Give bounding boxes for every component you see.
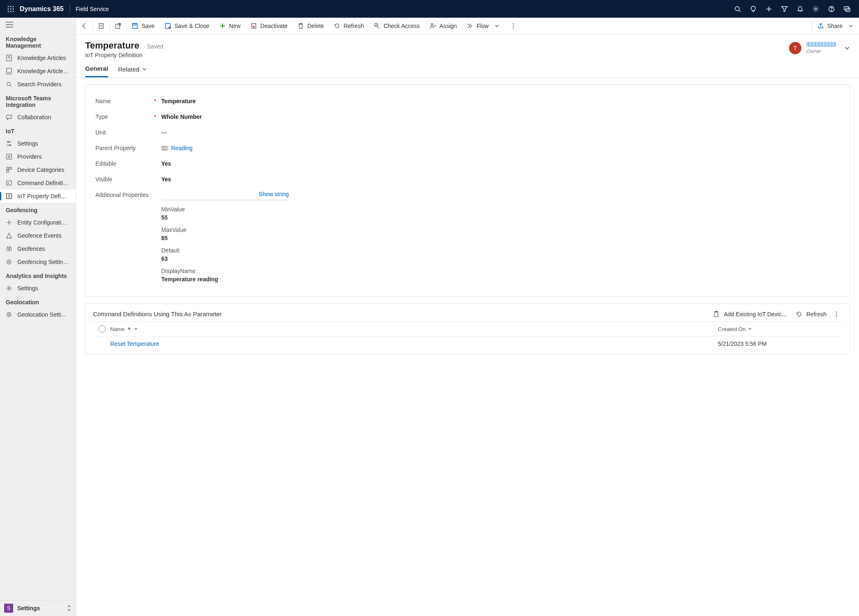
help-button[interactable] bbox=[824, 2, 839, 16]
add-existing-button[interactable]: Add Existing IoT Devic… bbox=[709, 311, 792, 317]
select-all-checkbox[interactable] bbox=[98, 325, 106, 333]
sidebar-item-entity-configuration[interactable]: Entity Configurati… bbox=[0, 216, 76, 229]
svg-point-69 bbox=[836, 311, 837, 313]
flow-icon bbox=[467, 23, 473, 29]
owner-field[interactable]: T Owner bbox=[789, 42, 850, 54]
add-button[interactable] bbox=[761, 2, 777, 16]
sidebar-item-geofencing-settings[interactable]: Geofencing Settin… bbox=[0, 255, 76, 269]
table-row[interactable]: Reset Temperature 5/21/2023 5:56 PM bbox=[91, 336, 844, 351]
assign-button[interactable]: Assign bbox=[425, 18, 462, 34]
tab-related[interactable]: Related bbox=[118, 65, 147, 77]
sidebar-item-iot-property-definitions[interactable]: IoT Property Defi… bbox=[0, 190, 76, 203]
delete-button[interactable]: Delete bbox=[293, 18, 329, 34]
field-value-editable[interactable]: Yes bbox=[161, 160, 171, 167]
notifications-button[interactable] bbox=[792, 2, 808, 16]
share-button[interactable]: Share bbox=[813, 18, 859, 34]
subgrid-refresh-button[interactable]: Refresh bbox=[792, 311, 831, 317]
page-scroll[interactable]: Temperature - Saved IoT Property Definit… bbox=[76, 35, 859, 616]
column-header-name[interactable]: Name bbox=[110, 326, 718, 332]
filter-button[interactable] bbox=[777, 2, 792, 16]
property-icon bbox=[6, 193, 12, 199]
svg-point-17 bbox=[831, 10, 831, 11]
sidebar-item-collaboration[interactable]: Collaboration bbox=[0, 111, 76, 124]
record-header: Temperature - Saved IoT Property Definit… bbox=[76, 35, 859, 58]
check-access-button[interactable]: Check Access bbox=[369, 18, 425, 34]
row-link-name[interactable]: Reset Temperature bbox=[110, 340, 159, 347]
prop-val-default[interactable]: 63 bbox=[161, 255, 840, 262]
deactivate-icon bbox=[251, 23, 257, 29]
record-entity-label: IoT Property Definition bbox=[85, 52, 789, 58]
record-set-button[interactable] bbox=[93, 18, 109, 34]
gear-icon bbox=[6, 285, 12, 292]
chevron-down-icon bbox=[494, 23, 500, 29]
nav-group-geolocation: Geolocation bbox=[0, 295, 76, 308]
settings-button[interactable] bbox=[808, 2, 824, 16]
deactivate-button[interactable]: Deactivate bbox=[246, 18, 293, 34]
nav-group-knowledge: Knowledge Management bbox=[0, 32, 76, 51]
sidebar-item-knowledge-article-templates[interactable]: Knowledge Article… bbox=[0, 65, 76, 78]
save-close-button[interactable]: Save & Close bbox=[160, 18, 214, 34]
save-button[interactable]: Save bbox=[127, 18, 160, 34]
new-button[interactable]: New bbox=[214, 18, 246, 34]
field-value-parent-link[interactable]: Reading bbox=[161, 144, 193, 151]
column-header-created-on[interactable]: Created On bbox=[718, 326, 841, 332]
nav-group-geofencing: Geofencing bbox=[0, 203, 76, 216]
lookup-icon bbox=[161, 145, 168, 151]
field-value-name[interactable]: Temperature bbox=[161, 97, 196, 104]
chat-button[interactable] bbox=[839, 2, 855, 16]
tab-general[interactable]: General bbox=[85, 65, 108, 77]
sidebar-item-analytics-settings[interactable]: Settings bbox=[0, 282, 76, 295]
show-string-link[interactable]: Show string bbox=[259, 191, 289, 197]
subgrid-overflow-button[interactable] bbox=[831, 311, 842, 317]
search-button[interactable] bbox=[730, 2, 745, 16]
article-icon bbox=[6, 55, 12, 61]
flow-button[interactable]: Flow bbox=[462, 18, 505, 34]
sidebar-item-geolocation-settings[interactable]: Geolocation Setti… bbox=[0, 308, 76, 321]
sidebar-scroll[interactable]: Knowledge Management Knowledge Articles … bbox=[0, 32, 76, 616]
open-new-window-button[interactable] bbox=[110, 18, 126, 34]
save-icon bbox=[132, 23, 138, 29]
svg-point-47 bbox=[8, 287, 10, 289]
svg-point-61 bbox=[513, 23, 514, 25]
sidebar-item-device-categories[interactable]: Device Categories bbox=[0, 163, 76, 176]
app-launcher-button[interactable] bbox=[4, 2, 17, 16]
svg-rect-67 bbox=[715, 312, 718, 317]
sidebar-item-search-providers[interactable]: Search Providers bbox=[0, 78, 76, 91]
svg-rect-35 bbox=[7, 154, 12, 159]
gear-icon bbox=[6, 219, 12, 226]
sidebar-item-geofences[interactable]: Geofences bbox=[0, 242, 76, 255]
svg-point-8 bbox=[13, 11, 14, 12]
lightbulb-button[interactable] bbox=[745, 2, 761, 16]
field-value-type[interactable]: Whole Number bbox=[161, 113, 202, 120]
search-provider-icon bbox=[6, 81, 12, 88]
hamburger-button[interactable] bbox=[6, 22, 70, 28]
prop-val-maxvalue[interactable]: 85 bbox=[161, 235, 840, 241]
chevron-down-icon bbox=[748, 327, 752, 331]
svg-point-36 bbox=[8, 156, 10, 157]
nav-group-analytics: Analytics and Insights bbox=[0, 269, 76, 282]
sidebar-item-command-definitions[interactable]: Command Definiti… bbox=[0, 176, 76, 190]
svg-point-48 bbox=[7, 313, 11, 317]
sidebar-item-geofence-events[interactable]: Geofence Events bbox=[0, 229, 76, 242]
sidebar-item-knowledge-articles[interactable]: Knowledge Articles bbox=[0, 51, 76, 65]
svg-point-2 bbox=[13, 6, 14, 7]
sidebar-item-providers[interactable]: Providers bbox=[0, 150, 76, 163]
assign-icon bbox=[430, 23, 436, 29]
app-name-label: Field Service bbox=[76, 6, 109, 12]
svg-point-58 bbox=[374, 23, 378, 27]
refresh-button[interactable]: Refresh bbox=[329, 18, 369, 34]
field-label-type: Type bbox=[95, 113, 108, 120]
required-indicator: * bbox=[154, 113, 156, 120]
back-button[interactable] bbox=[76, 18, 93, 34]
prop-val-displayname[interactable]: Temperature reading bbox=[161, 276, 840, 283]
field-value-unit[interactable]: --- bbox=[161, 128, 167, 136]
sidebar-item-iot-settings[interactable]: Settings bbox=[0, 137, 76, 150]
chevron-down-icon bbox=[847, 23, 854, 29]
svg-point-45 bbox=[7, 260, 11, 264]
sidebar-area-switcher[interactable]: S Settings bbox=[0, 600, 76, 616]
prop-val-minvalue[interactable]: 55 bbox=[161, 214, 840, 221]
svg-rect-41 bbox=[7, 194, 12, 199]
overflow-button[interactable] bbox=[505, 18, 522, 34]
subgrid-title: Command Definitions Using This As Parame… bbox=[93, 310, 709, 317]
field-value-visible[interactable]: Yes bbox=[161, 175, 171, 183]
